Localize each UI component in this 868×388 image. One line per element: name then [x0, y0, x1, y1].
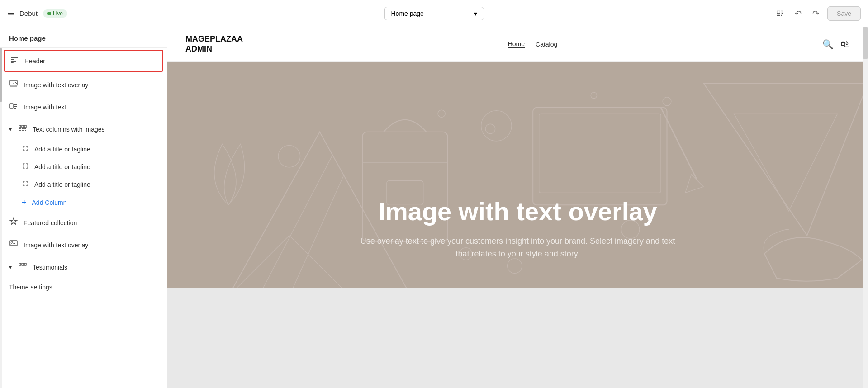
hero-section: Image with text overlay Use overlay text… — [167, 62, 868, 288]
page-selector-label: Home page — [391, 10, 424, 17]
testimonials-icon — [18, 261, 27, 273]
image-text-label: Image with text — [24, 104, 66, 111]
image-overlay-label-1: Image with text overlay — [24, 81, 88, 89]
app-name: Debut — [19, 9, 38, 17]
sidebar-item-text-columns[interactable]: ▾ Text columns with images — [0, 118, 167, 140]
sidebar-sub-tagline-3[interactable]: Add a title or tagline — [0, 175, 167, 193]
scroll-thumb[interactable] — [0, 48, 2, 102]
sidebar: Home page Header — [0, 27, 167, 388]
corners-icon-3 — [22, 180, 29, 189]
svg-rect-8 — [14, 104, 17, 105]
back-icon[interactable]: ⬅ — [7, 9, 14, 19]
sidebar-scroll: Header ▬ ▬ Image with text overlay — [0, 48, 167, 388]
more-icon[interactable]: ⋯ — [75, 9, 83, 19]
sidebar-item-header[interactable]: Header — [4, 50, 163, 72]
nav-catalog[interactable]: Catalog — [536, 41, 557, 48]
live-badge: Live — [43, 9, 67, 18]
sidebar-item-image-overlay-2[interactable]: Image with text overlay — [0, 234, 167, 256]
sidebar-item-image-text[interactable]: Image with text — [0, 96, 167, 118]
svg-rect-18 — [22, 130, 24, 131]
scroll-track — [0, 48, 2, 388]
hero-title: Image with text overlay — [185, 198, 850, 226]
featured-icon — [9, 217, 18, 228]
svg-rect-17 — [19, 130, 21, 131]
svg-rect-12 — [22, 125, 24, 128]
svg-rect-14 — [19, 128, 21, 129]
testimonials-label: Testimonials — [33, 264, 67, 271]
svg-rect-2 — [11, 61, 16, 62]
nav-home[interactable]: Home — [508, 40, 525, 48]
image-overlay-label-2: Image with text overlay — [24, 241, 88, 249]
add-column-label: Add Column — [32, 199, 67, 206]
redo-icon[interactable]: ↷ — [810, 6, 822, 21]
tagline-3-label: Add a title or tagline — [34, 181, 90, 188]
expand-icon-testimonials: ▾ — [9, 264, 12, 270]
sidebar-theme-settings[interactable]: Theme settings — [0, 278, 167, 296]
toolbar-right: 🖳 ↶ ↷ Save — [773, 6, 861, 21]
svg-rect-9 — [14, 106, 17, 107]
svg-rect-0 — [11, 57, 18, 58]
sidebar-sub-tagline-2[interactable]: Add a title or tagline — [0, 158, 167, 175]
sidebar-sub-tagline-1[interactable]: Add a title or tagline — [0, 140, 167, 158]
svg-rect-15 — [22, 128, 24, 129]
svg-rect-3 — [11, 62, 14, 63]
sidebar-title: Home page — [0, 27, 167, 48]
svg-rect-13 — [24, 125, 26, 128]
store-nav: Home Catalog — [508, 40, 558, 48]
live-label: Live — [53, 10, 63, 17]
store-nav-icons: 🔍 🛍 — [822, 39, 850, 50]
svg-rect-1 — [11, 59, 14, 60]
svg-rect-10 — [14, 108, 16, 109]
sidebar-add-column[interactable]: + Add Column — [0, 193, 167, 212]
columns-icon — [18, 123, 27, 135]
svg-rect-16 — [24, 128, 26, 129]
undo-icon[interactable]: ↶ — [792, 6, 804, 21]
sidebar-item-featured[interactable]: Featured collection — [0, 212, 167, 234]
main-layout: Home page Header — [0, 27, 868, 388]
svg-rect-19 — [25, 130, 26, 131]
tagline-1-label: Add a title or tagline — [34, 146, 90, 153]
svg-rect-22 — [19, 263, 21, 265]
theme-settings-label: Theme settings — [9, 284, 52, 291]
corners-icon-2 — [22, 162, 29, 171]
svg-text:▬ ▬: ▬ ▬ — [11, 85, 15, 87]
page-selector[interactable]: Home page ▾ — [384, 7, 484, 20]
corners-icon-1 — [22, 145, 29, 153]
svg-rect-23 — [22, 263, 24, 265]
toolbar-left: ⬅ Debut Live ⋯ — [7, 9, 83, 19]
cart-icon[interactable]: 🛍 — [841, 39, 850, 50]
featured-label: Featured collection — [24, 219, 77, 227]
store-header: MAGEPLAZAA ADMIN Home Catalog 🔍 🛍 — [167, 27, 868, 62]
toolbar: ⬅ Debut Live ⋯ Home page ▾ 🖳 ↶ ↷ Save — [0, 0, 868, 27]
tagline-2-label: Add a title or tagline — [34, 163, 90, 170]
store-logo: MAGEPLAZAA ADMIN — [185, 34, 243, 54]
svg-rect-11 — [19, 125, 21, 128]
expand-icon-columns: ▾ — [9, 126, 12, 132]
toolbar-center: Home page ▾ — [384, 7, 484, 20]
image-text-icon — [9, 101, 18, 113]
hero-subtitle: Use overlay text to give your customers … — [360, 235, 676, 261]
image-overlay-icon-2 — [9, 239, 18, 251]
chevron-down-icon: ▾ — [474, 10, 477, 17]
plus-icon: + — [22, 198, 27, 207]
save-button[interactable]: Save — [827, 6, 861, 21]
columns-label: Text columns with images — [33, 126, 105, 133]
hero-content: Image with text overlay Use overlay text… — [167, 180, 868, 288]
preview-area: MAGEPLAZAA ADMIN Home Catalog 🔍 🛍 — [167, 27, 868, 388]
header-icon — [10, 55, 19, 66]
header-label: Header — [24, 57, 45, 65]
preview-scrollbar[interactable] — [863, 27, 868, 388]
monitor-icon[interactable]: 🖳 — [773, 6, 787, 21]
image-overlay-icon-1: ▬ ▬ — [9, 79, 18, 90]
sidebar-item-image-overlay-1[interactable]: ▬ ▬ Image with text overlay — [0, 74, 167, 96]
live-dot-icon — [47, 12, 51, 15]
svg-rect-7 — [10, 104, 13, 108]
sidebar-item-testimonials[interactable]: ▾ Testimonials — [0, 256, 167, 278]
preview-scrollbar-thumb[interactable] — [863, 27, 868, 59]
svg-rect-24 — [24, 263, 26, 265]
search-icon[interactable]: 🔍 — [822, 39, 834, 50]
